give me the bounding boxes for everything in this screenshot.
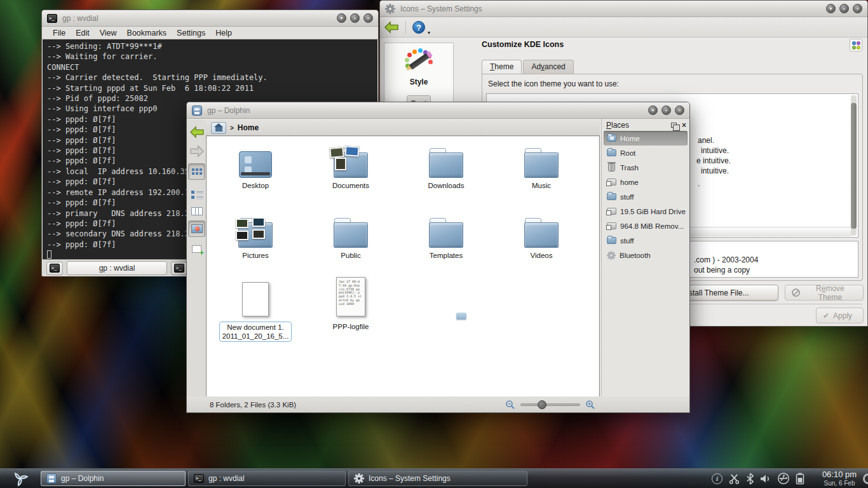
sidebar-item-style[interactable]: Style: [384, 48, 453, 86]
bluetooth-icon[interactable]: [746, 473, 754, 485]
details-view-button[interactable]: [188, 184, 205, 200]
drive-icon: [607, 179, 616, 186]
konsole-menubar: File Edit View Bookmarks Settings Help: [42, 27, 378, 39]
folder-item-videos[interactable]: Videos: [494, 211, 589, 259]
clock-date: Sun, 6 Feb: [811, 480, 868, 487]
drive-icon: [607, 222, 616, 229]
dolphin-titlebar[interactable]: gp – Dolphin ▾ • ×: [187, 102, 689, 119]
launcher-button[interactable]: [0, 470, 41, 487]
dolphin-file-view[interactable]: Desktop Documents Downloads Music: [206, 135, 600, 398]
close-button[interactable]: ×: [853, 4, 862, 13]
home-icon[interactable]: [211, 122, 226, 134]
folder-item-desktop[interactable]: Desktop: [208, 141, 303, 189]
task-wvdial[interactable]: gp : wvdial: [188, 471, 346, 486]
help-icon[interactable]: ?: [412, 21, 425, 34]
place-item-home-partition[interactable]: home: [604, 175, 688, 189]
chevron-down-icon[interactable]: ▾: [428, 30, 430, 36]
no-entry-icon: [792, 288, 800, 297]
new-tab-button[interactable]: [46, 262, 63, 275]
minimize-button[interactable]: ▾: [337, 13, 346, 23]
battery-icon[interactable]: [796, 472, 804, 485]
place-item-bluetooth[interactable]: Bluetooth: [604, 248, 688, 262]
icons-view-button[interactable]: [188, 163, 205, 180]
task-system-settings[interactable]: Icons – System Settings: [348, 471, 527, 486]
tab-advanced[interactable]: Advanced: [523, 60, 573, 74]
menu-bookmarks[interactable]: Bookmarks: [123, 28, 172, 38]
kde-launcher-trefoil-icon: [10, 470, 31, 487]
minimize-button[interactable]: ▾: [826, 4, 836, 13]
tab-list-button[interactable]: [171, 262, 187, 275]
split-view-button[interactable]: [188, 241, 205, 257]
place-item-stuff-2[interactable]: stuff: [604, 233, 688, 248]
maximize-button[interactable]: •: [661, 105, 671, 115]
zoom-slider-thumb[interactable]: [538, 400, 546, 409]
menu-edit[interactable]: Edit: [71, 28, 94, 38]
window-dolphin[interactable]: gp – Dolphin ▾ • × > Home: [186, 102, 690, 413]
clock-time: 06:10 pm: [811, 470, 868, 480]
folder-item-public[interactable]: Public: [303, 211, 398, 259]
maximize-button[interactable]: •: [350, 13, 360, 23]
close-button[interactable]: ×: [363, 13, 373, 23]
clock[interactable]: 06:10 pm Sun, 6 Feb: [811, 470, 868, 487]
system-settings-toolbar: ? ▾: [380, 17, 867, 37]
places-title: Places: [604, 119, 632, 131]
folder-icon: [524, 222, 559, 248]
desktop-folder-icon: [239, 151, 272, 178]
terminal-line: --> Waiting for carrier.: [47, 51, 373, 62]
menu-help[interactable]: Help: [211, 28, 236, 38]
menu-view[interactable]: View: [95, 28, 121, 38]
tab-theme[interactable]: Theme: [482, 60, 522, 74]
remove-theme-button[interactable]: Remove Theme: [785, 285, 864, 301]
file-item-ppp-logfile[interactable]: Jan 17 09:4 7:18 gp-Asp ire-5738 pp pd[1…: [303, 274, 398, 330]
columns-view-button[interactable]: [188, 203, 205, 219]
close-button[interactable]: ×: [675, 105, 684, 115]
zoom-out-icon[interactable]: [505, 400, 515, 410]
selected-file-label: New document 1. 2011_01_20_16_5...: [219, 322, 292, 342]
place-item-hard-drive[interactable]: 19.5 GiB Hard Drive: [604, 204, 688, 219]
zoom-slider[interactable]: [520, 403, 580, 406]
folder-item-pictures[interactable]: Pictures: [208, 211, 303, 259]
apply-button[interactable]: ✔ Apply: [816, 308, 864, 323]
volume-icon[interactable]: [760, 473, 771, 484]
usb-device-icon[interactable]: [777, 472, 790, 485]
forward-button[interactable]: [188, 143, 205, 159]
detach-panel-icon[interactable]: [671, 123, 677, 128]
place-item-root[interactable]: Root: [604, 146, 688, 160]
folder-item-music[interactable]: Music: [494, 141, 589, 189]
task-dolphin[interactable]: gp – Dolphin: [41, 471, 186, 486]
konsole-titlebar[interactable]: gp : wvdial ▾ • ×: [42, 10, 378, 27]
breadcrumb-home[interactable]: Home: [238, 123, 259, 132]
scrollbar-thumb[interactable]: [851, 103, 857, 229]
folder-icon: [607, 193, 616, 200]
preview-button[interactable]: [188, 220, 205, 237]
folder-home-icon: [607, 135, 616, 142]
check-icon: ✔: [823, 311, 829, 320]
zoom-in-icon[interactable]: [585, 400, 595, 410]
details-view-icon: [191, 191, 194, 194]
menu-file[interactable]: File: [48, 28, 70, 38]
tab-bar: Theme Advanced: [482, 60, 575, 74]
back-arrow-icon[interactable]: [384, 20, 399, 34]
folder-item-downloads[interactable]: Downloads: [398, 141, 494, 189]
window-title: gp – Dolphin: [207, 106, 250, 115]
list-scrollbar[interactable]: [851, 95, 857, 236]
place-item-trash[interactable]: Trash: [604, 160, 688, 175]
close-panel-icon[interactable]: ×: [682, 121, 686, 129]
place-item-stuff[interactable]: stuff: [604, 189, 688, 204]
place-item-removable[interactable]: 964.8 MiB Remov...: [604, 219, 688, 233]
back-button[interactable]: [188, 124, 205, 140]
folder-item-templates[interactable]: Templates: [398, 211, 494, 259]
menu-settings[interactable]: Settings: [172, 28, 210, 38]
info-icon[interactable]: i: [712, 473, 722, 484]
system-settings-titlebar[interactable]: Icons – System Settings ▾ • ×: [380, 1, 867, 17]
klipper-scissors-icon[interactable]: [728, 473, 740, 485]
breadcrumb: > Home: [206, 120, 600, 135]
tab-wvdial[interactable]: gp : wvdial: [67, 261, 167, 275]
folder-item-documents[interactable]: Documents: [303, 141, 398, 189]
color-dots-icon[interactable]: [850, 39, 862, 51]
minimize-button[interactable]: ▾: [648, 105, 658, 115]
place-item-home[interactable]: Home: [604, 131, 688, 146]
maximize-button[interactable]: •: [839, 4, 849, 13]
file-item-new-document[interactable]: New document 1. 2011_01_20_16_5...: [208, 274, 303, 342]
preview-icon: [191, 224, 203, 233]
